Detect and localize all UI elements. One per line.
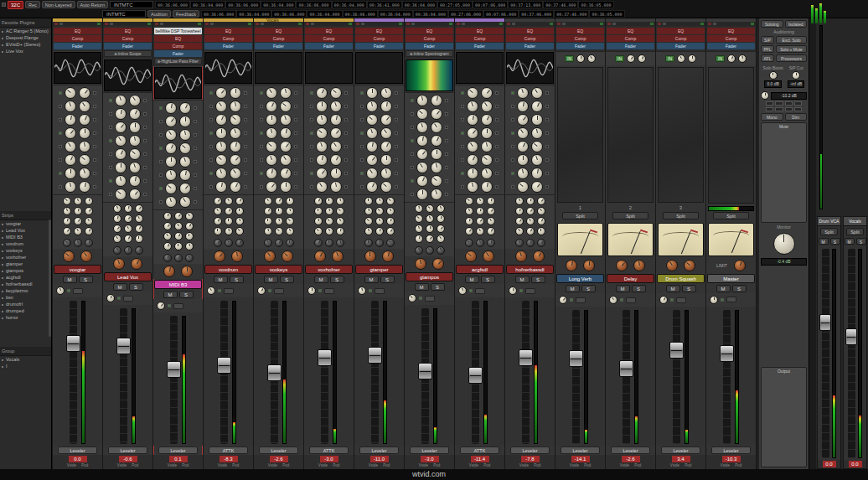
eq-knob[interactable] [467, 141, 478, 152]
send-knob[interactable] [74, 207, 82, 215]
dark-display[interactable] [355, 52, 403, 84]
send-knob[interactable] [526, 207, 535, 215]
eq-knob[interactable] [316, 101, 328, 112]
send-knob[interactable] [74, 217, 82, 225]
processor-slot[interactable]: Fader [204, 43, 252, 49]
group-list-item[interactable]: I [0, 363, 51, 369]
eq-knob[interactable] [330, 168, 342, 179]
eq-knob[interactable] [115, 148, 127, 160]
fader-track[interactable] [673, 310, 680, 444]
knob-button[interactable] [495, 145, 499, 148]
timecode-display[interactable]: 00:37:46.000 [543, 1, 578, 8]
monitor-mini-button[interactable] [785, 107, 793, 111]
knob-button[interactable] [511, 132, 514, 135]
input-trim-knob[interactable] [659, 296, 668, 304]
knob-button[interactable] [294, 145, 297, 148]
fader-handle[interactable] [845, 328, 857, 345]
input-button[interactable] [274, 288, 284, 294]
send-knob[interactable] [364, 207, 373, 215]
send-knob[interactable] [537, 227, 545, 235]
trim-knob[interactable] [124, 246, 132, 255]
eq-knob[interactable] [79, 101, 90, 112]
input-trim-knob[interactable] [408, 294, 416, 302]
mute-button[interactable]: M [364, 276, 379, 283]
knob-button[interactable] [244, 145, 247, 148]
monitor-mini-button[interactable] [775, 101, 783, 106]
eq-knob[interactable] [380, 87, 392, 99]
rec-chip[interactable] [356, 23, 359, 25]
trim-knob[interactable] [526, 239, 535, 247]
input-chip[interactable] [713, 23, 716, 25]
trim-knob[interactable] [174, 254, 183, 262]
sip-button[interactable]: SiP [761, 36, 774, 44]
pan-knob[interactable] [332, 250, 344, 262]
eq-knob[interactable] [380, 114, 392, 126]
knob-button[interactable] [545, 105, 549, 108]
send-knob[interactable] [74, 227, 82, 235]
send-knob[interactable] [135, 214, 143, 223]
knob-button[interactable] [59, 118, 62, 121]
strip-list-item[interactable]: Lead Vox [0, 227, 51, 234]
send-knob[interactable] [174, 242, 183, 250]
knob-button[interactable] [411, 193, 414, 196]
trim-knob[interactable] [465, 239, 473, 247]
monitor-level-knob[interactable] [773, 233, 795, 255]
send-knob[interactable] [336, 217, 344, 225]
eq-knob[interactable] [431, 175, 442, 187]
knob-button[interactable] [310, 145, 313, 148]
sidebar-scrollbar[interactable] [49, 219, 51, 337]
processor-slot[interactable]: EQ [406, 28, 453, 34]
rec-chip[interactable] [557, 23, 561, 25]
pan-knob[interactable] [566, 260, 577, 271]
send-knob[interactable] [375, 227, 384, 235]
input-button[interactable] [726, 297, 736, 302]
knob-button[interactable] [209, 105, 213, 108]
track-name-button[interactable]: voxkeys [255, 265, 302, 274]
input-trim-knob[interactable] [559, 296, 567, 304]
knob-button[interactable] [159, 147, 163, 150]
knob-button[interactable] [260, 172, 263, 175]
dim-button[interactable]: Dim [785, 113, 808, 121]
knob-button[interactable] [495, 185, 499, 188]
mute-button[interactable]: M [63, 276, 77, 283]
pan-knob[interactable] [231, 250, 243, 262]
input-button[interactable] [576, 297, 586, 303]
eq-knob[interactable] [215, 87, 227, 99]
send-knob[interactable] [163, 242, 172, 250]
timecode-display[interactable]: 00:36:04.000 [190, 1, 225, 8]
eq-knob[interactable] [129, 188, 141, 200]
track-name-button[interactable]: gtampos [406, 272, 453, 281]
knob-button[interactable] [344, 172, 348, 175]
phase-button[interactable] [218, 289, 221, 292]
send-knob[interactable] [286, 207, 294, 215]
eq-knob[interactable] [531, 181, 543, 193]
send-knob[interactable] [163, 222, 172, 230]
monitor-mini-button[interactable] [794, 101, 802, 106]
pan-knob[interactable] [533, 250, 545, 262]
pan-knob[interactable] [633, 260, 645, 271]
send-knob[interactable] [465, 217, 473, 225]
knob-button[interactable] [294, 185, 297, 188]
send-knob[interactable] [163, 232, 172, 240]
eq-knob[interactable] [179, 129, 191, 141]
send-knob[interactable] [286, 197, 294, 205]
send-knob[interactable] [314, 227, 323, 235]
eq-knob[interactable] [416, 108, 428, 120]
processor-slot[interactable]: Comp [657, 35, 705, 42]
knob-button[interactable] [511, 172, 514, 175]
knob-button[interactable] [159, 173, 163, 177]
in-button[interactable]: IN [716, 55, 725, 62]
processor-slot[interactable]: Comp [255, 35, 302, 42]
eq-knob[interactable] [280, 101, 292, 112]
eq-knob[interactable] [467, 87, 478, 99]
knob-button[interactable] [159, 106, 163, 110]
input-chip[interactable] [361, 23, 364, 25]
eq-knob[interactable] [129, 175, 141, 187]
send-knob[interactable] [135, 235, 143, 243]
send-knob[interactable] [264, 197, 272, 205]
eq-knob[interactable] [380, 127, 392, 139]
knob-button[interactable] [310, 185, 313, 188]
send-knob[interactable] [85, 227, 93, 235]
eq-knob[interactable] [280, 154, 292, 166]
trim-knob[interactable] [163, 254, 172, 262]
